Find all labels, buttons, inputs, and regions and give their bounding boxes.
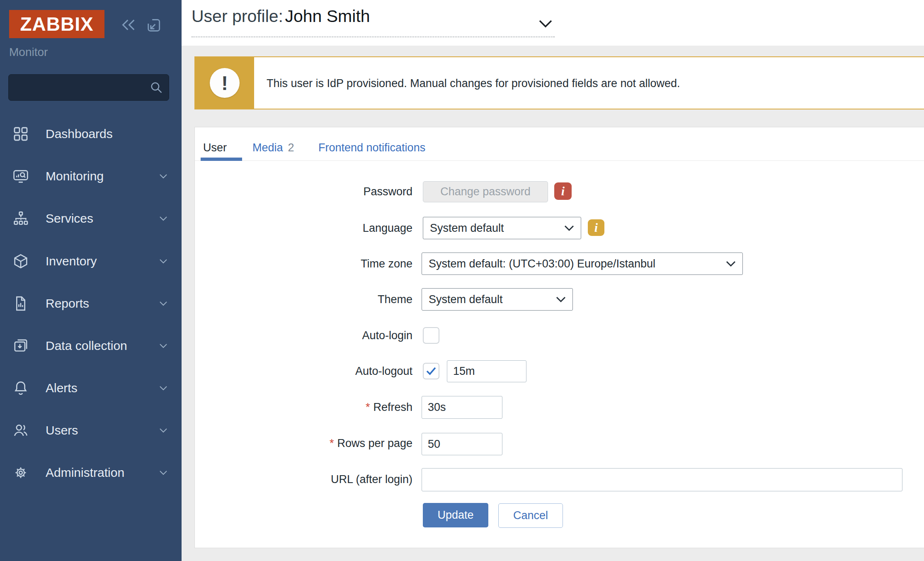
language-select[interactable]: System default — [423, 217, 581, 239]
chevron-down-icon — [159, 343, 167, 348]
warning-message: This user is IdP provisioned. Manual cha… — [267, 77, 680, 90]
title-chevron-down-icon[interactable] — [538, 18, 553, 29]
chevron-down-icon — [159, 216, 167, 221]
sidebar-item-administration[interactable]: Administration — [0, 458, 182, 488]
checkmark-icon — [425, 365, 437, 377]
inventory-icon — [12, 252, 30, 270]
chevron-down-icon — [159, 259, 167, 264]
tab-media[interactable]: Media2 — [252, 140, 294, 155]
chevron-down-icon — [159, 470, 167, 475]
autologout-checkbox[interactable] — [423, 363, 439, 379]
sidebar-item-services[interactable]: Services — [0, 204, 182, 233]
sidebar-item-users[interactable]: Users — [0, 415, 182, 445]
administration-icon — [12, 464, 30, 482]
sidebar-item-label: Services — [46, 211, 93, 226]
change-password-button[interactable]: Change password — [423, 181, 548, 202]
chevron-down-icon — [159, 386, 167, 391]
update-button[interactable]: Update — [423, 503, 488, 527]
autologout-label: Auto-logout — [205, 363, 412, 379]
sidebar-item-label: Dashboards — [46, 127, 113, 141]
password-label: Password — [205, 183, 412, 200]
warning-icon: ! — [210, 68, 240, 98]
timezone-select-value: System default: (UTC+03:00) Europe/Istan… — [429, 257, 655, 270]
chevron-down-icon — [556, 296, 566, 303]
refresh-input[interactable] — [422, 396, 502, 419]
required-asterisk: * — [366, 401, 370, 413]
theme-select-value: System default — [429, 293, 503, 306]
timezone-select[interactable]: System default: (UTC+03:00) Europe/Istan… — [422, 253, 743, 275]
sidebar-item-inventory[interactable]: Inventory — [0, 246, 182, 276]
active-tab-underline — [201, 158, 242, 161]
sidebar-item-reports[interactable]: Reports — [0, 289, 182, 318]
sidebar-item-label: Reports — [46, 296, 89, 311]
chevron-down-icon — [159, 428, 167, 433]
page-title-prefix: User profile: — [192, 7, 283, 26]
services-icon — [12, 209, 30, 228]
language-select-value: System default — [430, 222, 504, 235]
tab-media-count: 2 — [288, 141, 294, 154]
sidebar-item-data-collection[interactable]: Data collection — [0, 331, 182, 361]
url-after-login-input[interactable] — [422, 468, 902, 491]
language-label: Language — [205, 220, 412, 236]
sidebar-item-label: Data collection — [46, 339, 127, 353]
collapse-sidebar-icon[interactable] — [119, 17, 138, 33]
theme-label: Theme — [205, 291, 412, 308]
alerts-icon — [12, 379, 30, 397]
monitoring-icon — [12, 167, 30, 185]
sidebar-item-label: Inventory — [46, 254, 97, 268]
chevron-down-icon — [564, 225, 574, 231]
required-asterisk: * — [330, 437, 334, 449]
search-input[interactable] — [15, 76, 149, 98]
url-after-login-label: URL (after login) — [205, 471, 412, 488]
data-collection-icon — [12, 337, 30, 355]
server-name-label: Monitor — [9, 46, 48, 59]
users-icon — [12, 421, 30, 440]
chevron-down-icon — [726, 260, 736, 267]
cancel-button[interactable]: Cancel — [498, 503, 563, 528]
sidebar-item-dashboards[interactable]: Dashboards — [0, 119, 182, 149]
refresh-label: *Refresh — [205, 399, 412, 415]
sidebar: ZABBIX Monitor Dashboards — [0, 0, 182, 561]
timezone-label: Time zone — [205, 255, 412, 272]
theme-select[interactable]: System default — [422, 288, 573, 311]
sidebar-item-monitoring[interactable]: Monitoring — [0, 161, 182, 191]
dashboards-icon — [12, 125, 30, 143]
autologout-input[interactable] — [447, 360, 526, 382]
rows-per-page-input[interactable] — [422, 433, 502, 455]
zabbix-logo[interactable]: ZABBIX — [9, 10, 104, 38]
password-restricted-info-icon[interactable]: i — [554, 182, 572, 200]
page-title-dropdown[interactable]: User profile: John Smith — [192, 7, 555, 37]
reports-icon — [12, 294, 30, 313]
sidebar-item-label: Alerts — [46, 381, 78, 395]
language-hint-info-icon[interactable]: i — [588, 219, 604, 236]
sidebar-search[interactable] — [8, 74, 169, 101]
sidebar-item-label: Administration — [46, 466, 124, 480]
search-icon — [149, 80, 164, 95]
sidebar-item-label: Monitoring — [46, 169, 104, 183]
page-title-name: John Smith — [285, 7, 370, 26]
autologin-checkbox[interactable] — [423, 327, 439, 344]
chevron-down-icon — [159, 301, 167, 306]
rows-per-page-label: *Rows per page — [205, 435, 412, 452]
chevron-down-icon — [159, 174, 167, 179]
tabs-separator — [195, 160, 924, 161]
sidebar-item-alerts[interactable]: Alerts — [0, 373, 182, 403]
tab-media-label: Media — [252, 141, 283, 154]
autologin-label: Auto-login — [205, 327, 412, 344]
hide-sidebar-icon[interactable] — [146, 17, 162, 33]
tab-user[interactable]: User — [203, 140, 227, 155]
sidebar-item-label: Users — [46, 423, 78, 437]
tab-frontend-notifications[interactable]: Frontend notifications — [318, 140, 425, 155]
